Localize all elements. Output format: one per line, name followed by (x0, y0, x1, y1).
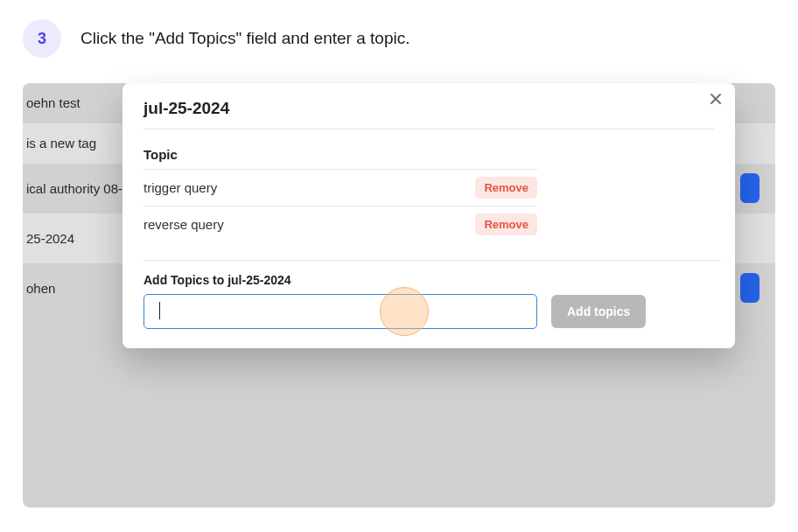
topic-row: reverse query Remove (144, 206, 537, 242)
add-topics-section: Add Topics to jul-25-2024 Add topics (144, 273, 714, 329)
row-label: oehn test (26, 95, 80, 110)
row-label: 25-2024 (26, 231, 74, 246)
section-divider (144, 260, 721, 261)
remove-button[interactable]: Remove (475, 177, 537, 199)
row-label: is a new tag (26, 136, 96, 150)
topic-name: reverse query (144, 217, 224, 232)
action-chip[interactable] (740, 173, 760, 203)
add-topics-label: Add Topics to jul-25-2024 (144, 273, 714, 287)
modal-title: jul-25-2024 (144, 99, 714, 130)
topics-modal: jul-25-2024 Topic trigger query Remove r… (122, 83, 735, 348)
add-topics-button[interactable]: Add topics (551, 295, 646, 328)
text-cursor (158, 302, 160, 319)
step-header: 3 Click the "Add Topics" field and enter… (23, 19, 775, 58)
topic-row: trigger query Remove (144, 170, 537, 206)
add-topics-input[interactable] (144, 294, 537, 329)
close-icon[interactable] (709, 92, 723, 110)
remove-button[interactable]: Remove (475, 214, 537, 235)
topic-name: trigger query (144, 180, 217, 195)
step-number-badge: 3 (23, 19, 61, 58)
action-chip[interactable] (740, 273, 760, 303)
topic-column-header: Topic (144, 140, 537, 170)
step-instruction: Click the "Add Topics" field and enter a… (80, 29, 410, 48)
row-label: ical authority 08-2 (26, 181, 130, 196)
row-label: ohen (26, 281, 55, 296)
tutorial-step-card: 3 Click the "Add Topics" field and enter… (0, 0, 798, 532)
topic-list: Topic trigger query Remove reverse query… (144, 140, 537, 242)
